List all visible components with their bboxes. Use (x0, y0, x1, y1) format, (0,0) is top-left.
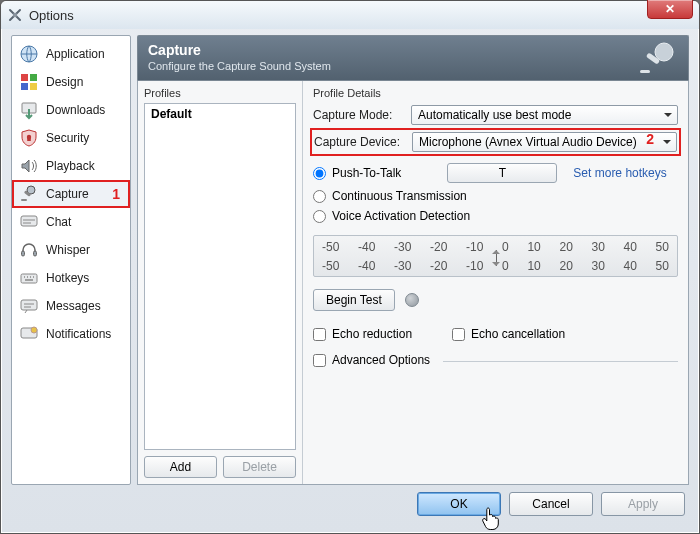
speaker-icon (18, 155, 40, 177)
echo-cancellation-checkbox[interactable] (452, 328, 465, 341)
capture-mode-combo[interactable]: Automatically use best mode (411, 105, 678, 125)
close-icon: ✕ (665, 2, 675, 16)
continuous-row: Continuous Transmission (313, 189, 678, 203)
svg-rect-2 (21, 74, 28, 81)
begin-test-button[interactable]: Begin Test (313, 289, 395, 311)
group-separator (443, 361, 678, 362)
profiles-label: Profiles (144, 87, 296, 99)
svg-rect-3 (30, 74, 37, 81)
level-meter: -50 -40 -30 -20 -10 0 10 20 30 40 50 (313, 235, 678, 277)
continuous-radio[interactable] (313, 190, 326, 203)
svg-rect-15 (21, 274, 37, 283)
svg-rect-8 (27, 138, 31, 141)
svg-rect-21 (640, 70, 650, 73)
sidebar-item-hotkeys[interactable]: Hotkeys (12, 264, 130, 292)
capture-mode-label: Capture Mode: (313, 108, 403, 122)
capture-device-value: Microphone (Avnex Virtual Audio Device) (419, 135, 637, 149)
sidebar-item-label: Downloads (46, 103, 105, 117)
sidebar-item-label: Chat (46, 215, 71, 229)
apply-button[interactable]: Apply (601, 492, 685, 516)
sidebar-item-playback[interactable]: Playback (12, 152, 130, 180)
svg-rect-5 (30, 83, 37, 90)
close-button[interactable]: ✕ (647, 0, 693, 19)
window-title: Options (29, 8, 74, 23)
ptt-label: Push-To-Talk (332, 166, 401, 180)
app-icon (7, 7, 23, 23)
sidebar-item-security[interactable]: Security (12, 124, 130, 152)
panel-subtitle: Configure the Capture Sound System (148, 60, 678, 72)
activation-radiogroup: Push-To-Talk T Set more hotkeys Continuo… (313, 163, 678, 223)
sidebar-item-capture[interactable]: Capture 1 (12, 180, 130, 208)
svg-rect-14 (34, 251, 37, 256)
microphone-large-icon (638, 40, 678, 76)
profiles-list[interactable]: Default (144, 103, 296, 450)
work-area: Application Design Downloads Security Pl… (11, 35, 689, 485)
ptt-radio[interactable] (313, 167, 326, 180)
svg-rect-4 (21, 83, 28, 90)
echo-reduction-check[interactable]: Echo reduction (313, 327, 412, 341)
capture-mode-row: Capture Mode: Automatically use best mod… (313, 105, 678, 125)
svg-rect-16 (21, 300, 37, 310)
sidebar-item-label: Messages (46, 299, 101, 313)
set-more-hotkeys-link[interactable]: Set more hotkeys (573, 166, 666, 180)
cancel-button[interactable]: Cancel (509, 492, 593, 516)
dialog-footer: OK Cancel Apply (11, 485, 689, 523)
vad-radio[interactable] (313, 210, 326, 223)
add-profile-button[interactable]: Add (144, 456, 217, 478)
test-indicator-icon (405, 293, 419, 307)
bell-icon (18, 323, 40, 345)
options-window: Options ✕ Application Design Downloads (0, 0, 700, 534)
profile-details-label: Profile Details (313, 87, 678, 99)
svg-point-19 (655, 43, 673, 61)
sidebar-item-whisper[interactable]: Whisper (12, 236, 130, 264)
echo-cancellation-check[interactable]: Echo cancellation (452, 327, 565, 341)
sidebar-item-label: Playback (46, 159, 95, 173)
capture-mode-value: Automatically use best mode (418, 108, 571, 122)
svg-rect-11 (21, 199, 27, 201)
svg-rect-12 (21, 216, 37, 226)
main-panel: Capture Configure the Capture Sound Syst… (137, 35, 689, 485)
profile-details-pane: Profile Details Capture Mode: Automatica… (303, 81, 688, 484)
sidebar-item-application[interactable]: Application (12, 40, 130, 68)
continuous-label: Continuous Transmission (332, 189, 467, 203)
ptt-row: Push-To-Talk T Set more hotkeys (313, 163, 678, 183)
panel-header: Capture Configure the Capture Sound Syst… (137, 35, 689, 80)
sidebar-item-label: Security (46, 131, 89, 145)
echo-reduction-checkbox[interactable] (313, 328, 326, 341)
window-body: Application Design Downloads Security Pl… (1, 29, 699, 533)
svg-point-0 (13, 13, 17, 17)
chat-icon (18, 211, 40, 233)
sidebar-item-design[interactable]: Design (12, 68, 130, 96)
sidebar-item-label: Capture (46, 187, 89, 201)
sidebar-item-label: Application (46, 47, 105, 61)
ptt-hotkey-button[interactable]: T (447, 163, 557, 183)
sidebar: Application Design Downloads Security Pl… (11, 35, 131, 485)
shield-icon (18, 127, 40, 149)
sidebar-item-label: Notifications (46, 327, 111, 341)
download-icon (18, 99, 40, 121)
globe-icon (18, 43, 40, 65)
ok-button[interactable]: OK (417, 492, 501, 516)
profile-item[interactable]: Default (145, 104, 295, 124)
sidebar-item-notifications[interactable]: Notifications (12, 320, 130, 348)
message-icon (18, 295, 40, 317)
sidebar-item-messages[interactable]: Messages (12, 292, 130, 320)
advanced-options-checkbox[interactable] (313, 354, 326, 367)
sidebar-item-label: Whisper (46, 243, 90, 257)
test-row: Begin Test (313, 289, 678, 311)
sidebar-item-downloads[interactable]: Downloads (12, 96, 130, 124)
meter-scale-bottom: -50 -40 -30 -20 -10 0 10 20 30 40 50 (322, 259, 669, 273)
headset-icon (18, 239, 40, 261)
sidebar-item-chat[interactable]: Chat (12, 208, 130, 236)
delete-profile-button[interactable]: Delete (223, 456, 296, 478)
annotation-1: 1 (112, 186, 124, 202)
capture-device-combo[interactable]: Microphone (Avnex Virtual Audio Device) (412, 132, 677, 152)
titlebar: Options ✕ (1, 1, 699, 29)
squares-icon (18, 71, 40, 93)
panel-content: Profiles Default Add Delete Profile Deta… (137, 80, 689, 485)
profiles-pane: Profiles Default Add Delete (138, 81, 303, 484)
advanced-options-check[interactable]: Advanced Options (313, 353, 678, 367)
advanced-options-group: Advanced Options (313, 353, 678, 367)
vad-row: Voice Activation Detection (313, 209, 678, 223)
capture-device-highlight: Capture Device: Microphone (Avnex Virtua… (313, 131, 678, 153)
